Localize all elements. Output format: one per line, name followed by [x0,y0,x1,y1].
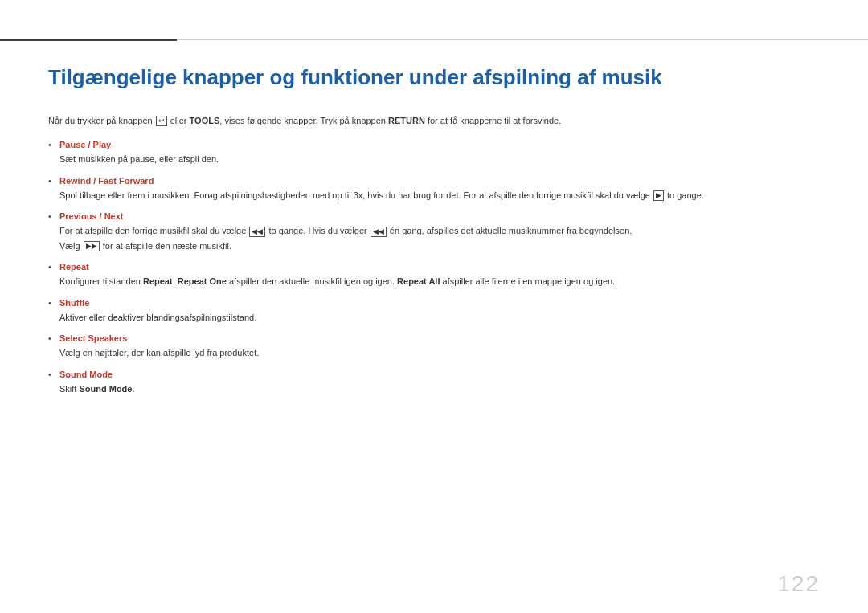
main-content: Tilgængelige knapper og funktioner under… [48,48,820,581]
repeat-all-label: Repeat All [397,276,440,286]
return-label: RETURN [388,116,425,125]
return-icon: ↩ [156,116,167,126]
item-title-select-speakers: Select Speakers [59,333,820,343]
item-title-sound-mode: Sound Mode [59,370,820,379]
next-icon: ▶▶ [84,241,100,251]
item-title-repeat: Repeat [59,262,820,272]
page-container: Tilgængelige knapper og funktioner under… [0,0,868,613]
list-item: Rewind / Fast Forward Spol tilbage eller… [48,176,820,202]
top-bar-light [177,39,868,40]
item-desc-select-speakers: Vælg en højttaler, der kan afspille lyd … [59,348,259,358]
list-item: Pause / Play Sæt musikken på pause, elle… [48,140,820,166]
item-title-previous-next: Previous / Next [59,211,820,221]
sound-mode-label: Sound Mode [79,384,132,394]
intro-text: Når du trykker på knappen ↩ eller TOOLS,… [48,114,820,128]
page-title: Tilgængelige knapper og funktioner under… [48,64,820,92]
item-title-shuffle: Shuffle [59,298,820,308]
item-desc-repeat: Konfigurer tilstanden Repeat. Repeat One… [59,276,615,286]
top-bar [0,39,868,40]
prev-icon-2: ◀◀ [371,227,387,237]
item-title-rewind: Rewind / Fast Forward [59,176,820,186]
item-desc-shuffle: Aktiver eller deaktiver blandingsafspiln… [59,313,256,322]
page-number: 122 [777,571,820,597]
list-item: Shuffle Aktiver eller deaktiver blanding… [48,298,820,325]
list-item: Repeat Konfigurer tilstanden Repeat. Rep… [48,262,820,288]
list-item: Select Speakers Vælg en højttaler, der k… [48,333,820,360]
item-title-pause-play: Pause / Play [59,140,820,149]
item-desc-sound-mode: Skift Sound Mode. [59,384,135,394]
tools-label: TOOLS [190,116,220,125]
item-desc-rewind: Spol tilbage eller frem i musikken. Forø… [59,190,704,200]
play-icon: ▶ [653,190,664,201]
item-desc-pause-play: Sæt musikken på pause, eller afspil den. [59,154,219,164]
bullet-list: Pause / Play Sæt musikken på pause, elle… [48,140,820,395]
top-bar-dark [0,39,177,41]
prev-icon: ◀◀ [249,227,265,237]
repeat-label: Repeat [143,276,173,286]
item-desc-previous-next: For at afspille den forrige musikfil ska… [59,226,632,251]
list-item: Sound Mode Skift Sound Mode. [48,370,820,396]
repeat-one-label: Repeat One [178,276,227,286]
list-item: Previous / Next For at afspille den forr… [48,211,820,252]
